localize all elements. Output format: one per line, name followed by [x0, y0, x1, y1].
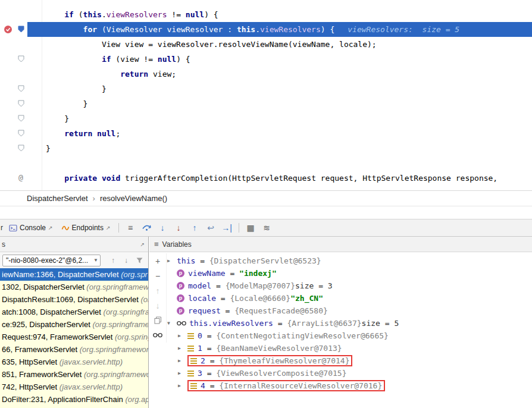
chevron-right-icon[interactable]: ▶: [167, 258, 177, 263]
tab-console[interactable]: Console↗: [5, 224, 57, 232]
variable-row[interactable]: ▶this = {DispatcherServlet@6523}: [167, 255, 532, 267]
editor[interactable]: @ if (this.viewResolvers != null) {for (…: [0, 0, 532, 190]
frame-row[interactable]: atch:1008, DispatcherServlet (org.spring…: [0, 306, 148, 318]
variable-value: {ArrayList@6637}: [287, 319, 361, 328]
frame-row[interactable]: 851, FrameworkServlet (org.springframewo: [0, 368, 148, 381]
equals-sign: =: [221, 306, 234, 315]
variable-row[interactable]: pmodel = {ModelMap@7007} size = 3: [167, 280, 532, 292]
frame-row[interactable]: DispatchResult:1069, DispatcherServlet (…: [0, 293, 148, 306]
chevron-right-icon[interactable]: ▶: [178, 371, 187, 376]
console-icon: [9, 224, 17, 232]
inline-watches-icon[interactable]: [149, 328, 166, 343]
variable-name: 0: [198, 331, 202, 340]
equals-sign: =: [202, 369, 216, 378]
next-frame-icon[interactable]: ↓: [120, 255, 133, 266]
code-line[interactable]: }: [0, 96, 532, 111]
list-element-icon: [187, 371, 194, 376]
frame-row[interactable]: ce:925, DispatcherServlet (org.springfra…: [0, 318, 148, 331]
force-step-into-icon[interactable]: ↓: [171, 219, 187, 236]
frame-row[interactable]: 635, HttpServlet (javax.servlet.http): [0, 356, 148, 368]
move-up-icon[interactable]: ↑: [149, 283, 166, 298]
previous-frame-icon[interactable]: ↑: [107, 255, 120, 266]
code-line[interactable]: return view;: [0, 67, 532, 81]
equals-sign: =: [205, 356, 219, 365]
step-into-icon[interactable]: ↓: [155, 219, 171, 236]
mute-breakpoints-icon[interactable]: ≋: [259, 219, 275, 236]
breadcrumb-item[interactable]: DispatcherServlet: [27, 194, 88, 203]
chevron-right-icon[interactable]: ▶: [178, 346, 187, 351]
toolbar-tabs: Console↗Endpoints↗: [5, 224, 115, 232]
variable-row[interactable]: ▶1 = {BeanNameViewResolver@7013}: [178, 342, 532, 354]
clipped-panel-text: s: [2, 240, 5, 249]
variable-row[interactable]: prequest = {RequestFacade@6580}: [167, 305, 532, 317]
code-line[interactable]: if (view != null) {: [0, 52, 532, 67]
frame-row[interactable]: 742, HttpServlet (javax.servlet.http): [0, 381, 148, 393]
move-down-icon[interactable]: ↓: [149, 298, 166, 313]
chevron-right-icon[interactable]: ▶: [178, 333, 187, 338]
variable-name: request: [188, 306, 221, 315]
debug-bottom-area: s ↗ "-nio-8080-exec-2"@6,2... ▼ ↑↓ iewNa…: [0, 237, 532, 408]
variable-name: viewName: [188, 269, 226, 278]
code-line[interactable]: [0, 156, 532, 171]
frame-row[interactable]: iewName:1366, DispatcherServlet (org.spr: [0, 268, 148, 281]
filter-frames-icon[interactable]: [133, 257, 146, 264]
variable-row[interactable]: ▶0 = {ContentNegotiatingViewResolver@666…: [178, 329, 532, 342]
variable-value: {DispatcherServlet@6523}: [209, 256, 321, 265]
thread-selector-value: "-nio-8080-exec-2"@6,2...: [6, 256, 88, 265]
variables-header: ≡ Variables: [149, 237, 532, 252]
variable-row[interactable]: ▼this.viewResolvers = {ArrayList@6637} s…: [167, 317, 532, 329]
variable-row[interactable]: pviewName = "indexj": [167, 267, 532, 280]
variable-row[interactable]: ▶3 = {ViewResolverComposite@7015}: [178, 367, 532, 379]
frame-row[interactable]: Request:974, FrameworkServlet (org.sprin…: [0, 331, 148, 343]
restore-layout-icon[interactable]: ≡: [123, 219, 139, 236]
tab-endpoints[interactable]: Endpoints↗: [57, 224, 115, 232]
frame-row[interactable]: DoFilter:231, ApplicationFilterChain (or…: [0, 393, 148, 406]
variable-row[interactable]: ▶2 = {ThymeleafViewResolver@7014}: [178, 354, 532, 367]
view-breakpoints-icon[interactable]: ▦: [243, 219, 259, 236]
chevron-right-icon[interactable]: ▶: [178, 383, 187, 388]
step-over-icon[interactable]: [139, 219, 155, 236]
add-watch-icon[interactable]: +: [149, 253, 166, 268]
variables-menu-icon[interactable]: ≡: [154, 240, 159, 249]
code-line[interactable]: View view = viewResolver.resolveViewName…: [0, 37, 532, 52]
drop-frame-icon[interactable]: ↩: [203, 219, 219, 236]
variables-side-toolbar: +−↑↓: [149, 253, 167, 343]
code-line[interactable]: for (ViewResolver viewResolver : this.vi…: [0, 22, 532, 37]
variable-value: {BeanNameViewResolver@7013}: [216, 344, 342, 353]
variable-row[interactable]: plocale = {Locale@6660} "zh_CN": [167, 292, 532, 305]
chevron-down-icon[interactable]: ▼: [167, 321, 177, 326]
code-line[interactable]: }: [0, 81, 532, 96]
code-line[interactable]: if (this.viewResolvers != null) {: [0, 7, 532, 22]
variable-row[interactable]: ▶4 = {InternalResourceViewResolver@7016}: [178, 379, 532, 392]
variables-title: Variables: [162, 240, 192, 249]
list-element-icon: [190, 383, 197, 389]
inline-debug-hint: viewResolvers: size = 5: [348, 25, 459, 34]
chevron-down-icon: ▼: [93, 258, 98, 263]
copy-value-icon[interactable]: [149, 313, 166, 328]
remove-watch-icon[interactable]: −: [149, 268, 166, 283]
step-out-icon[interactable]: ↑: [187, 219, 203, 236]
code-line[interactable]: }: [0, 141, 532, 156]
frame-row[interactable]: 66, FrameworkServlet (org.springframewor: [0, 343, 148, 356]
list-element-icon: [187, 333, 194, 339]
equals-sign: =: [226, 269, 239, 278]
frames-panel: s ↗ "-nio-8080-exec-2"@6,2... ▼ ↑↓ iewNa…: [0, 237, 149, 408]
chevron-right-icon[interactable]: ▶: [178, 358, 187, 363]
clipped-tab-text: r: [1, 224, 3, 232]
frame-row[interactable]: 1302, DispatcherServlet (org.springframe…: [0, 281, 148, 293]
code-line[interactable]: return null;: [0, 126, 532, 141]
thread-selector[interactable]: "-nio-8080-exec-2"@6,2... ▼: [2, 255, 101, 266]
ide-window: @ if (this.viewResolvers != null) {for (…: [0, 0, 532, 408]
run-to-cursor-icon[interactable]: →|: [219, 219, 235, 236]
variable-name: 2: [201, 356, 205, 365]
equals-sign: =: [211, 281, 225, 290]
panel-jump-icon[interactable]: ↗: [140, 241, 145, 247]
breadcrumb-item[interactable]: resolveViewName(): [100, 194, 167, 203]
watch-glasses-icon: [177, 321, 186, 326]
toolbar-separator: [239, 223, 239, 233]
variable-value: {InternalResourceViewResolver@7016}: [219, 381, 382, 390]
code-line[interactable]: }: [0, 111, 532, 126]
equals-sign: =: [205, 381, 219, 390]
code-line[interactable]: private void triggerAfterCompletion(Http…: [0, 171, 532, 186]
variable-string-value: "indexj": [239, 269, 277, 278]
